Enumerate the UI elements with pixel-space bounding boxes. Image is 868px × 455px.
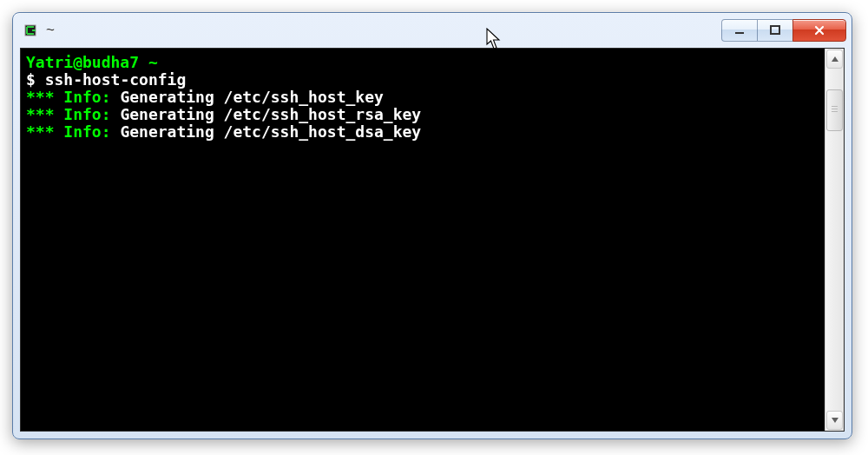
command-prefix: $ [26, 70, 45, 89]
client-area: Yatri@budha7 ~ $ ssh-host-config *** Inf… [20, 48, 845, 432]
prompt-line: Yatri@budha7 ~ [26, 53, 158, 71]
terminal-output[interactable]: Yatri@budha7 ~ $ ssh-host-config *** Inf… [21, 49, 825, 431]
info-stars: *** [26, 88, 55, 106]
scroll-thumb[interactable] [826, 89, 843, 131]
info-stars: *** [26, 105, 55, 123]
info-text: Generating /etc/ssh_host_dsa_key [111, 122, 422, 141]
minimize-button[interactable] [721, 19, 758, 42]
info-text: Generating /etc/ssh_host_key [111, 88, 384, 106]
info-label: Info: [55, 105, 111, 123]
scroll-down-button[interactable] [826, 411, 843, 430]
info-stars: *** [26, 122, 55, 141]
scroll-up-button[interactable] [826, 49, 843, 69]
svg-rect-1 [735, 32, 744, 34]
titlebar[interactable]: ~ [13, 13, 852, 48]
terminal-window: ~ Yatri@budha7 ~ $ ssh-host-config *** I… [12, 12, 852, 439]
window-controls [722, 19, 846, 42]
info-label: Info: [55, 88, 111, 106]
command-text: ssh-host-config [45, 70, 187, 89]
info-label: Info: [55, 122, 111, 141]
window-title: ~ [46, 22, 55, 39]
scroll-track[interactable] [826, 70, 843, 409]
info-text: Generating /etc/ssh_host_rsa_key [111, 105, 422, 123]
maximize-button[interactable] [757, 19, 793, 42]
cygwin-icon [22, 22, 39, 39]
vertical-scrollbar[interactable] [825, 49, 844, 431]
close-button[interactable] [792, 19, 846, 42]
svg-rect-2 [771, 26, 779, 34]
